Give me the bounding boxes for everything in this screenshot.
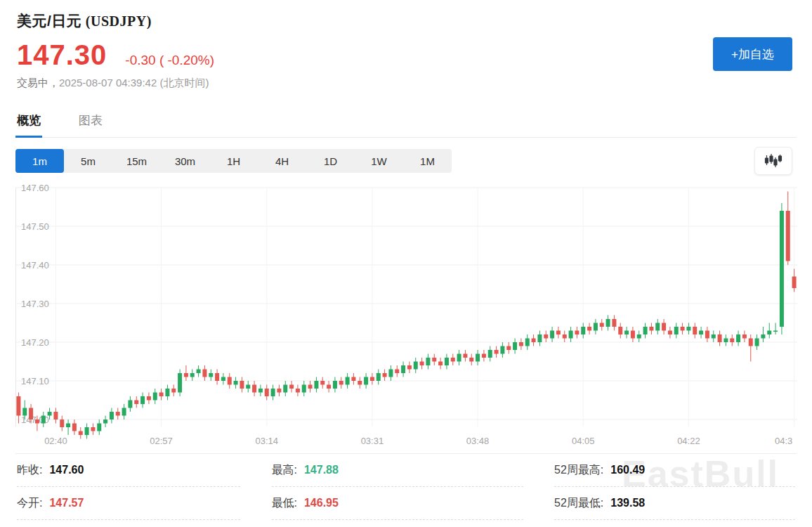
y-axis-label: 147.20 (21, 337, 49, 348)
tab-chart[interactable]: 图表 (77, 108, 104, 137)
y-axis-label: 147.60 (21, 183, 49, 193)
candle-body (600, 323, 604, 327)
candle-body (786, 211, 790, 261)
candle-body (346, 377, 350, 385)
candle-body (178, 373, 182, 393)
candle-body (445, 358, 449, 365)
candle-body (240, 381, 244, 389)
candle-body (401, 365, 405, 373)
interval-selector: 1m5m15m30m1H4H1D1W1M (15, 149, 452, 173)
quote-datetime: 2025-08-07 04:39:42 (59, 77, 157, 89)
candlestick-chart[interactable]: 147.60147.50147.40147.30147.20147.10147.… (15, 183, 797, 448)
candle-body (581, 327, 585, 334)
interval-button-1H[interactable]: 1H (209, 149, 258, 173)
y-axis-label: 147.10 (21, 376, 49, 386)
candle-body (736, 334, 740, 342)
interval-button-1M[interactable]: 1M (403, 149, 452, 173)
candlestick-chart-icon (764, 152, 782, 170)
candle-body (289, 385, 294, 389)
interval-button-1W[interactable]: 1W (355, 149, 403, 173)
candle-body (463, 354, 467, 358)
candle-body (723, 339, 728, 343)
candle-body (16, 396, 20, 416)
candle-body (488, 350, 492, 358)
candle-body (618, 327, 622, 334)
interval-button-4H[interactable]: 4H (258, 149, 306, 173)
candle-body (190, 373, 195, 377)
candle-body (302, 385, 306, 393)
interval-button-1D[interactable]: 1D (306, 149, 355, 173)
quote-timezone: (北京时间) (157, 77, 209, 89)
candle-body (91, 427, 95, 431)
stat-column-1: 最高:147.88最低:146.95 (272, 454, 523, 520)
candle-body (624, 331, 629, 335)
candle-body (395, 370, 399, 374)
candle-body (72, 424, 77, 431)
stat-row: 今开:147.57 (17, 487, 240, 520)
candle-body (202, 370, 207, 377)
stat-row: 52周最低:139.58 (554, 487, 795, 520)
candle-body (495, 350, 499, 354)
candle-body (383, 373, 387, 377)
stat-row: 最低:146.95 (272, 487, 523, 520)
candle-body (730, 339, 734, 343)
candle-body (426, 358, 430, 365)
candle-body (370, 377, 374, 382)
candle-body (258, 389, 263, 393)
candle-body (414, 362, 418, 370)
tab-overview[interactable]: 概览 (15, 108, 42, 137)
candle-body (537, 334, 542, 342)
candle-body (712, 334, 716, 339)
candle-body (718, 334, 722, 342)
candle-body (116, 412, 120, 416)
stat-label: 最低: (272, 496, 297, 511)
candle-body (519, 342, 523, 346)
chart-type-button[interactable] (754, 147, 792, 175)
candle-body (513, 342, 517, 350)
x-axis-label: 03:14 (255, 436, 278, 446)
candle-body (48, 412, 52, 416)
candle-body (649, 327, 653, 331)
candle-body (550, 331, 554, 339)
candle-body (159, 393, 164, 397)
candle-body (637, 334, 641, 339)
stat-value: 160.49 (610, 464, 645, 476)
candle-body (668, 331, 672, 335)
candle-body (631, 331, 635, 339)
stat-label: 今开: (17, 496, 42, 511)
tab-bar: 概览 图表 (15, 108, 797, 138)
candle-body (506, 346, 511, 351)
candle-body (351, 377, 355, 382)
candle-body (147, 396, 151, 401)
candle-body (693, 327, 697, 334)
candle-body (563, 334, 567, 339)
chart-area: 147.60147.50147.40147.30147.20147.10147.… (15, 183, 797, 454)
candle-body (388, 370, 393, 377)
candle-body (184, 373, 188, 377)
candle-body (364, 377, 368, 385)
stats-panel: 昨收:147.60今开:147.57最高:147.88最低:146.9552周最… (17, 454, 795, 520)
candle-body (153, 393, 157, 401)
interval-button-5m[interactable]: 5m (64, 149, 112, 173)
quote-page: 美元/日元 (USDJPY) 147.30 -0.30 ( -0.20%) 交易… (0, 0, 812, 527)
add-watchlist-button[interactable]: +加自选 (713, 37, 792, 71)
y-axis-label: 147.40 (21, 260, 49, 271)
candle-body (376, 373, 381, 381)
candle-body (320, 381, 325, 385)
stat-value: 147.57 (49, 497, 84, 509)
candle-body (587, 327, 591, 331)
candle-body (296, 389, 300, 393)
candle-body (655, 323, 660, 331)
x-axis-label: 02:40 (44, 436, 67, 446)
interval-button-15m[interactable]: 15m (112, 149, 161, 173)
candle-body (140, 396, 145, 404)
candle-body (686, 327, 690, 331)
candle-body (451, 358, 455, 362)
interval-button-1m[interactable]: 1m (15, 149, 64, 173)
candle-body (705, 331, 709, 339)
candle-body (171, 389, 176, 393)
x-axis-label: 04:3 (775, 436, 792, 446)
stat-value: 147.88 (304, 464, 339, 476)
stat-row: 昨收:147.60 (17, 454, 240, 487)
interval-button-30m[interactable]: 30m (161, 149, 209, 173)
